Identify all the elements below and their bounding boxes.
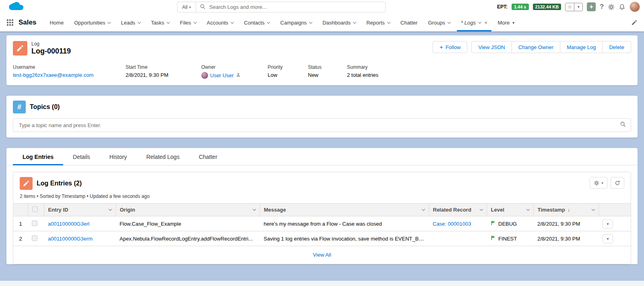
edit-page-pencil-icon[interactable] <box>631 19 638 26</box>
user-avatar[interactable] <box>630 2 640 12</box>
nav-tab-home[interactable]: Home <box>44 14 69 31</box>
search-input[interactable] <box>208 4 381 10</box>
field-label: Status <box>308 64 341 70</box>
level-label: DEBUG <box>498 221 517 227</box>
row-checkbox[interactable] <box>32 235 37 241</box>
nav-tab-files[interactable]: Files <box>175 14 201 31</box>
chevron-down-icon[interactable] <box>252 208 256 211</box>
nav-tab-reports[interactable]: Reports <box>361 14 395 31</box>
chevron-down-icon[interactable] <box>448 20 451 23</box>
nav-tab-more[interactable]: More▾ <box>493 14 520 31</box>
change-owner-icon[interactable] <box>236 72 241 78</box>
owner-avatar <box>201 72 208 79</box>
col-related-record[interactable]: Related Record <box>429 204 487 216</box>
related-list-actions: ▾ <box>590 177 624 189</box>
nav-tab-leads[interactable]: Leads <box>116 14 145 31</box>
chevron-down-icon[interactable] <box>309 20 312 23</box>
topics-input-wrap <box>13 118 631 132</box>
level-label: FINEST <box>498 236 517 242</box>
select-all-header <box>28 204 44 216</box>
plus-icon: + <box>440 43 443 50</box>
row-menu-button[interactable]: ▾ <box>603 234 613 243</box>
tab-log-entries[interactable]: Log Entries <box>13 148 63 165</box>
related-record-link[interactable]: Case: 00001003 <box>433 221 471 227</box>
nav-tab-opportunities[interactable]: Opportunities <box>69 14 116 31</box>
entry-id-link[interactable]: a001100000G3erl <box>48 221 89 227</box>
chevron-down-icon[interactable] <box>167 20 170 23</box>
tab-details[interactable]: Details <box>63 148 100 165</box>
nav-tab-label: * Logs <box>461 20 476 26</box>
view-json-button[interactable]: View JSON <box>471 41 512 53</box>
list-settings-button[interactable]: ▾ <box>590 177 607 189</box>
nav-tab-logs[interactable]: * Logs× <box>456 14 492 31</box>
column-label: Related Record <box>433 207 471 213</box>
nav-tab-chatter[interactable]: Chatter <box>395 14 423 31</box>
tab-related-logs[interactable]: Related Logs <box>136 148 189 165</box>
app-launcher-waffle-icon[interactable] <box>6 19 14 26</box>
col-timestamp[interactable]: Timestamp↓ <box>533 204 599 216</box>
nav-tab-tasks[interactable]: Tasks <box>146 14 175 31</box>
chevron-down-icon[interactable] <box>108 208 111 211</box>
nav-tab-label: Files <box>180 20 191 26</box>
view-all-link[interactable]: View All <box>313 252 331 258</box>
chevron-down-icon[interactable] <box>421 208 425 211</box>
setup-gear-icon[interactable] <box>608 4 615 10</box>
nav-tab-dashboards[interactable]: Dashboards <box>317 14 361 31</box>
chevron-down-icon[interactable] <box>478 20 481 23</box>
field-label: Start Time <box>126 64 195 70</box>
chevron-down-icon[interactable] <box>193 20 196 23</box>
nav-tab-label: More <box>498 20 510 26</box>
manage-log-button[interactable]: Manage Log <box>560 41 603 53</box>
chevron-down-icon[interactable] <box>353 20 356 23</box>
row-checkbox[interactable] <box>32 220 37 226</box>
favorite-star-icon[interactable]: ☆ <box>566 3 574 11</box>
global-header: All ▾ EPT: 1.44 s 2132.44 KB ☆ ▾ + ? <box>0 0 644 14</box>
nav-tab-campaigns[interactable]: Campaigns <box>275 14 317 31</box>
search-scope-selector[interactable]: All ▾ <box>177 2 196 12</box>
nav-tab-groups[interactable]: Groups <box>423 14 456 31</box>
refresh-button[interactable] <box>611 177 624 189</box>
row-menu-button[interactable]: ▾ <box>603 219 613 228</box>
chevron-down-icon[interactable] <box>387 20 390 23</box>
help-icon[interactable]: ? <box>600 3 604 10</box>
col-message[interactable]: Message <box>260 204 429 216</box>
favorites-caret-icon[interactable]: ▾ <box>574 3 582 11</box>
timestamp-cell: 2/8/2021, 9:30 PM <box>533 216 599 231</box>
follow-button[interactable]: + Follow <box>433 41 467 53</box>
username-link[interactable]: test-bgg26zx7xaee@example.com <box>13 72 93 78</box>
header-utilities: EPT: 1.44 s 2132.44 KB ☆ ▾ + ? <box>497 0 640 14</box>
topics-input[interactable] <box>18 122 620 129</box>
notifications-bell-icon[interactable] <box>619 4 625 10</box>
record-actions: + Follow View JSON Change Owner Manage L… <box>433 41 631 53</box>
field-owner: Owner User User <box>201 64 268 79</box>
entry-id-link[interactable]: a001100000G3erm <box>48 236 93 242</box>
app-name: Sales <box>19 19 36 27</box>
field-label: Owner <box>201 64 261 70</box>
chevron-down-icon[interactable] <box>231 20 234 23</box>
col-level[interactable]: Level <box>487 204 533 216</box>
tab-chatter[interactable]: Chatter <box>189 148 227 165</box>
select-all-checkbox[interactable] <box>32 206 38 212</box>
delete-button[interactable]: Delete <box>602 41 631 53</box>
chevron-down-icon[interactable] <box>479 208 483 211</box>
col-entry-id[interactable]: Entry ID <box>44 204 116 216</box>
close-icon[interactable]: × <box>484 20 487 26</box>
owner-link[interactable]: User User <box>210 72 234 78</box>
bottom-strip <box>0 281 644 286</box>
chevron-down-icon[interactable] <box>591 208 594 211</box>
nav-tab-contacts[interactable]: Contacts <box>239 14 275 31</box>
chevron-down-icon[interactable] <box>267 20 270 23</box>
extension-plus-icon[interactable]: + <box>587 2 596 11</box>
record-tabs: Log Entries Details History Related Logs… <box>6 148 638 165</box>
chevron-down-icon[interactable] <box>526 208 529 211</box>
field-summary: Summary 2 total entries <box>347 64 631 79</box>
change-owner-button[interactable]: Change Owner <box>512 41 560 53</box>
topics-hash-icon: # <box>13 101 26 113</box>
tab-history[interactable]: History <box>100 148 137 165</box>
nav-tab-label: Dashboards <box>322 20 351 26</box>
chevron-down-icon[interactable] <box>107 20 111 23</box>
nav-tab-accounts[interactable]: Accounts <box>202 14 239 31</box>
related-record-cell <box>429 231 487 246</box>
col-origin[interactable]: Origin <box>116 204 260 216</box>
chevron-down-icon[interactable] <box>138 20 141 23</box>
